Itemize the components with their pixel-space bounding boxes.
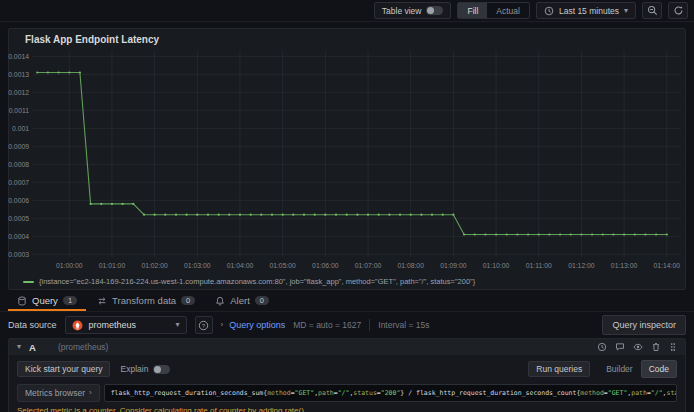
table-view-control[interactable]: Table view [374, 2, 452, 19]
query-options-label: Query options [229, 320, 285, 330]
zoom-out-button[interactable] [642, 2, 662, 19]
svg-text:0.0009: 0.0009 [8, 143, 29, 150]
fill-button[interactable]: Fill [458, 3, 487, 18]
query-row-actions [597, 342, 677, 352]
trash-icon[interactable] [651, 342, 661, 352]
explain-switch-knob [154, 366, 161, 373]
explain-label: Explain [120, 364, 148, 374]
latency-chart[interactable]: 0.00030.00040.00050.00060.00070.00080.00… [9, 46, 685, 280]
help-circle-icon: ? [198, 320, 209, 331]
time-range-label: Last 15 minutes [559, 6, 619, 16]
svg-text:01:02:00: 01:02:00 [141, 262, 168, 269]
svg-text:01:10:00: 01:10:00 [483, 262, 510, 269]
clock-icon [544, 6, 554, 16]
prometheus-icon [72, 320, 83, 331]
svg-text:01:05:00: 01:05:00 [269, 262, 296, 269]
explain-control: Explain [120, 364, 170, 374]
query-row-header[interactable]: ▾ A (prometheus) [9, 339, 685, 355]
query-ref-id: A [29, 342, 36, 353]
svg-text:0.0005: 0.0005 [8, 215, 29, 222]
tab-transform-data[interactable]: Transform data 0 [88, 292, 204, 311]
query-row-a: ▾ A (prometheus) Kick start your query [8, 338, 686, 412]
svg-text:01:01:00: 01:01:00 [99, 262, 126, 269]
query-row-body: Kick start your query Explain Run querie… [9, 355, 685, 412]
table-view-label: Table view [382, 6, 422, 16]
svg-text:01:04:00: 01:04:00 [227, 262, 254, 269]
max-data-points-summary: MD = auto = 1627 [293, 320, 361, 330]
svg-text:01:14:00: 01:14:00 [654, 262, 681, 269]
svg-text:01:12:00: 01:12:00 [568, 262, 595, 269]
query-inspector-button[interactable]: Query inspector [602, 315, 686, 335]
refresh-button[interactable] [668, 2, 688, 19]
metrics-browser-label: Metrics browser [25, 388, 85, 398]
panel-title[interactable]: Flask App Endpoint Latency [9, 29, 685, 47]
svg-text:01:03:00: 01:03:00 [184, 262, 211, 269]
tab-alert-count: 0 [255, 296, 269, 306]
tab-alert-label: Alert [230, 295, 250, 306]
svg-text:01:00:00: 01:00:00 [56, 262, 83, 269]
datasource-picker[interactable]: prometheus ▾ [65, 316, 187, 334]
svg-text:01:07:00: 01:07:00 [355, 262, 382, 269]
svg-text:0.0007: 0.0007 [8, 179, 29, 186]
svg-text:0.0008: 0.0008 [8, 161, 29, 168]
builder-code-switch: Builder Code [598, 360, 677, 378]
magnifier-minus-icon [647, 5, 658, 16]
explain-switch[interactable] [153, 365, 170, 374]
eye-icon[interactable] [633, 342, 643, 352]
builder-button[interactable]: Builder [598, 360, 640, 378]
legend-series-label[interactable]: {instance="ec2-184-169-216-224.us-west-1… [39, 277, 475, 286]
latency-panel: Flask App Endpoint Latency 0.00030.00040… [8, 28, 686, 290]
datasource-row: Data source prometheus ▾ ? › Query optio… [0, 314, 694, 336]
database-icon [17, 296, 27, 306]
svg-text:01:13:00: 01:13:00 [611, 262, 638, 269]
tab-transform-label: Transform data [112, 295, 176, 306]
warning-hint-link[interactable]: Consider calculating rate of counter by … [120, 406, 306, 412]
counter-warning: Selected metric is a counter. Consider c… [17, 406, 677, 412]
comment-icon[interactable] [615, 342, 625, 352]
editor-tabs: Query 1 Transform data 0 Alert 0 [0, 292, 694, 312]
chart-legend[interactable]: {instance="ec2-184-169-216-224.us-west-1… [23, 277, 475, 286]
kick-start-button[interactable]: Kick start your query [17, 361, 110, 377]
tab-transform-count: 0 [181, 296, 195, 306]
query-run-actions: Run queries Builder Code [528, 360, 677, 378]
svg-text:01:09:00: 01:09:00 [440, 262, 467, 269]
svg-text:0.0006: 0.0006 [8, 197, 29, 204]
bell-icon [215, 296, 225, 306]
query-options-toggle[interactable]: › Query options [221, 320, 286, 330]
query-datasource-hint: (prometheus) [58, 342, 109, 352]
svg-text:0.0004: 0.0004 [8, 233, 29, 240]
table-view-switch-knob [427, 7, 434, 14]
history-clock-icon[interactable] [597, 342, 607, 352]
svg-text:0.0012: 0.0012 [8, 89, 29, 96]
tab-alert[interactable]: Alert 0 [206, 292, 278, 311]
time-range-picker[interactable]: Last 15 minutes ▾ [536, 2, 636, 19]
top-toolbar: Table view Fill Actual Last 15 minutes ▾ [0, 0, 694, 22]
svg-text:0.0013: 0.0013 [8, 71, 29, 78]
promql-editor[interactable]: flask_http_request_duration_seconds_sum{… [104, 384, 677, 402]
actual-button[interactable]: Actual [487, 3, 529, 18]
expression-row: Metrics browser › flask_http_request_dur… [17, 384, 677, 402]
refresh-icon [673, 5, 684, 16]
divider [369, 319, 370, 331]
drag-handle[interactable] [669, 342, 677, 352]
collapse-chevron-icon[interactable]: ▾ [17, 343, 21, 351]
datasource-value: prometheus [89, 320, 170, 330]
run-queries-button[interactable]: Run queries [528, 361, 590, 377]
transform-icon [97, 296, 107, 306]
datasource-label: Data source [8, 320, 57, 330]
chevron-down-icon: ▾ [176, 321, 180, 329]
datasource-help-button[interactable]: ? [195, 316, 213, 334]
tab-query-label: Query [32, 295, 58, 306]
query-toolbar-row: Kick start your query Explain Run querie… [17, 360, 677, 378]
svg-text:0.001: 0.001 [12, 125, 29, 132]
svg-text:?: ? [202, 322, 205, 328]
promql-expression[interactable]: flask_http_request_duration_seconds_sum{… [111, 389, 677, 397]
code-button[interactable]: Code [641, 360, 677, 378]
chevron-right-icon: › [89, 389, 92, 397]
tab-query-count: 1 [63, 296, 77, 306]
metrics-browser-button[interactable]: Metrics browser › [17, 384, 100, 402]
svg-text:0.0014: 0.0014 [8, 53, 29, 60]
tab-query[interactable]: Query 1 [8, 292, 86, 311]
table-view-switch[interactable] [426, 6, 443, 15]
svg-text:01:08:00: 01:08:00 [397, 262, 424, 269]
